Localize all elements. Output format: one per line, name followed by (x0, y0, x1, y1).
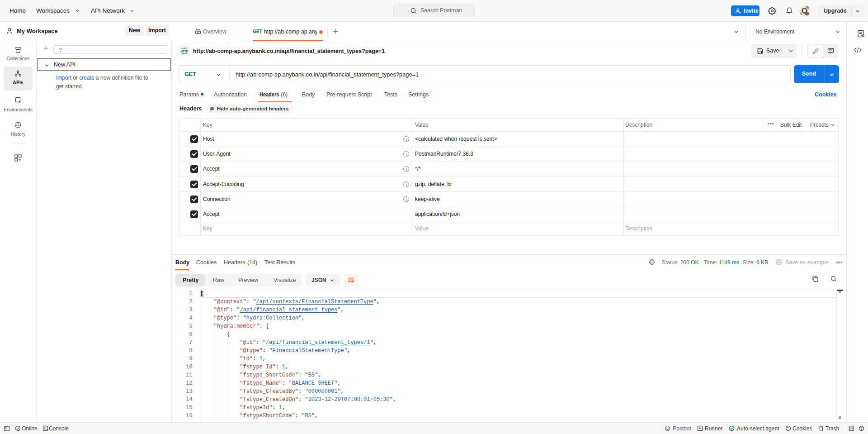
svg-text:HTTP: HTTP (180, 50, 188, 53)
